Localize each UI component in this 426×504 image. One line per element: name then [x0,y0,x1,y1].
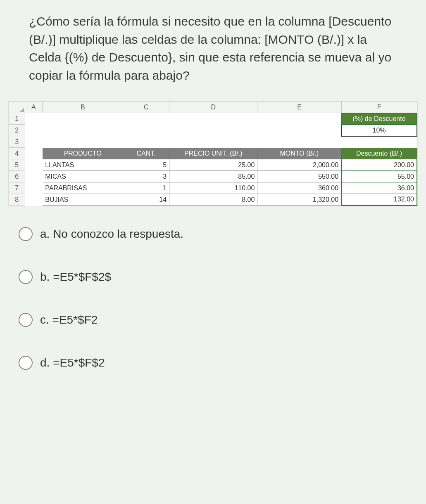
row-1: 1 [9,113,25,125]
option-c-label: c. =E5*$F2 [40,313,98,327]
option-c[interactable]: c. =E5*$F2 [19,313,418,327]
hdr-cant: CANT. [123,148,169,159]
cell-C7: 1 [123,182,169,194]
cell-E8: 1,320.00 [257,194,341,206]
cell-B5: LLANTAS [43,159,123,171]
cell-C5: 5 [123,159,169,171]
sheet-corner [9,102,25,113]
cell-D7: 110.00 [169,182,257,194]
option-a[interactable]: a. No conozco la respuesta. [19,227,418,241]
col-B: B [43,102,123,113]
option-b[interactable]: b. =E5*$F$2$ [19,270,418,284]
hdr-monto: MONTO (B/.) [257,148,341,159]
radio-icon[interactable] [19,356,33,370]
hdr-producto: PRODUCTO [43,148,123,159]
cell-F2: 10% [341,125,417,136]
option-a-label: a. No conozco la respuesta. [40,227,183,241]
cell-F1: (%) de Descuento [341,113,417,125]
col-D: D [169,102,257,113]
cell-C8: 14 [123,194,169,206]
cell-D5: 25.00 [169,159,257,171]
cell-C6: 3 [123,171,169,182]
cell-D8: 8.00 [169,194,257,206]
cell-F5: 200.00 [341,159,417,171]
row-2: 2 [9,125,25,136]
cell-B8: BUJIAS [43,194,123,206]
option-b-label: b. =E5*$F$2$ [40,270,111,284]
row-6: 6 [9,171,25,182]
cell-F6: 55.00 [341,171,417,182]
answer-options: a. No conozco la respuesta. b. =E5*$F$2$… [8,227,418,370]
cell-E7: 360.00 [257,182,341,194]
hdr-precio: PRECIO UNIT. (B/.) [169,148,257,159]
cell-E5: 2,000.00 [257,159,341,171]
spreadsheet-image: A B C D E F 1 (%) de Descuento 2 10% 3 4… [8,101,418,206]
col-C: C [123,102,169,113]
option-d[interactable]: d. =E5*$F$2 [19,356,418,370]
cell-F8: 132.00 [341,194,417,206]
option-d-label: d. =E5*$F$2 [40,356,105,369]
col-F: F [341,102,417,113]
radio-icon[interactable] [19,270,33,284]
cell-B7: PARABRISAS [43,182,123,194]
col-A: A [25,102,43,113]
hdr-descuento: Descuento (B/.) [341,148,417,159]
col-E: E [257,102,341,113]
cell-B6: MICAS [43,171,123,182]
cell-E6: 550.00 [257,171,341,182]
row-8: 8 [9,194,25,206]
row-5: 5 [9,159,25,171]
radio-icon[interactable] [19,313,33,327]
cell-D6: 85.00 [169,171,257,182]
radio-icon[interactable] [19,227,33,241]
cell-F7: 36.00 [341,182,417,194]
row-7: 7 [9,182,25,194]
row-3: 3 [9,136,25,148]
row-4: 4 [9,148,25,159]
question-text: ¿Cómo sería la fórmula si necesito que e… [8,12,418,84]
